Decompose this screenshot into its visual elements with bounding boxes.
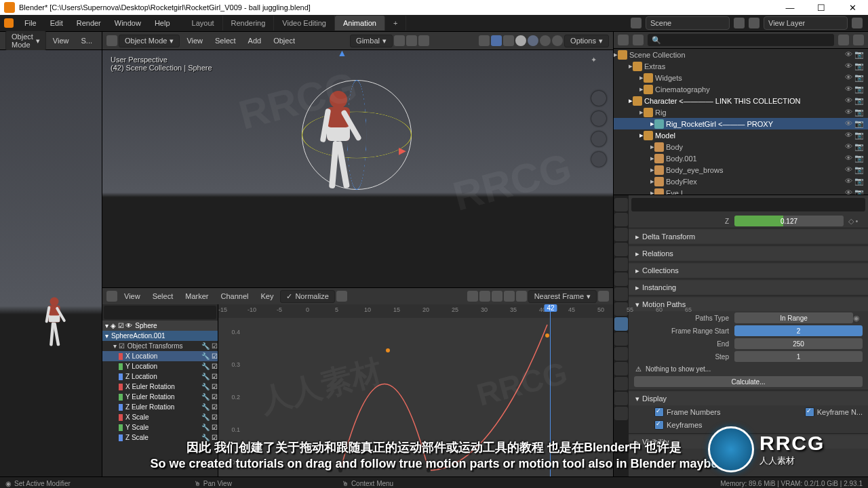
new-scene-icon[interactable] [734, 18, 745, 28]
frame-start-input[interactable]: 2 [734, 325, 863, 336]
add-menu[interactable]: Add [243, 37, 267, 45]
ge-snap-icon[interactable] [516, 291, 527, 302]
loc-z-value[interactable]: 0.127 [734, 216, 844, 226]
editor-type-icon[interactable] [106, 291, 117, 302]
maximize-button[interactable]: ☐ [806, 0, 837, 15]
menu-window[interactable]: Window [108, 19, 148, 27]
channel-root[interactable]: ▾ ◈ ☑ 👁 Sphere [102, 321, 218, 331]
channel-group[interactable]: ▾ ☑Object Transforms 🔧 ☑ [102, 341, 218, 351]
minimize-button[interactable]: — [774, 0, 806, 15]
mode-dropdown[interactable]: Object Mode▾ [119, 35, 180, 47]
ge-select-menu[interactable]: Select [147, 292, 179, 300]
ge-view-menu[interactable]: View [119, 292, 146, 300]
options-dropdown[interactable]: Options▾ [564, 35, 609, 47]
frame-end-input[interactable]: 250 [734, 338, 863, 349]
truncated-menu[interactable]: S... [75, 37, 98, 45]
visibility-icon[interactable] [479, 35, 490, 46]
fcurve-x-location[interactable]: X Location🔧 ☑ [102, 351, 218, 361]
menu-edit[interactable]: Edit [43, 19, 70, 27]
workspace-tab-rendering[interactable]: Rendering [223, 16, 275, 30]
outliner-row[interactable]: ▸Cinematography👁 📷 [614, 83, 868, 95]
workspace-tab-layout[interactable]: Layout [184, 16, 223, 30]
menu-render[interactable]: Render [70, 19, 108, 27]
filter-icon[interactable] [838, 35, 849, 45]
shading-wire-icon[interactable] [515, 35, 526, 46]
fcurve-z-euler-rotation[interactable]: Z Euler Rotation🔧 ☑ [102, 402, 218, 412]
close-button[interactable]: ✕ [837, 0, 868, 15]
snap-mode-dropdown[interactable]: Nearest Frame▾ [528, 290, 597, 303]
new-layer-icon[interactable] [852, 18, 863, 28]
overlays-icon[interactable] [503, 35, 514, 46]
refresh-icon[interactable] [336, 291, 347, 302]
editor-type-icon[interactable] [106, 35, 117, 46]
ge-tool2-icon[interactable] [479, 291, 490, 302]
outliner-row[interactable]: ▸Model👁 📷 [614, 129, 868, 141]
orientation-dropdown[interactable]: Gimbal▾ [350, 35, 393, 47]
scene-field[interactable]: Scene [646, 16, 730, 30]
props-tab-4[interactable] [614, 258, 628, 271]
character-mesh[interactable] [327, 91, 350, 141]
ge-tool1-icon[interactable] [467, 291, 478, 302]
pivot-icon[interactable] [394, 35, 405, 46]
props-search[interactable] [631, 198, 865, 211]
viewlayer-field[interactable]: View Layer [764, 16, 848, 30]
pan-icon[interactable] [591, 111, 606, 126]
scene-icon[interactable] [631, 18, 642, 28]
zoom-icon[interactable] [591, 91, 606, 106]
menu-file[interactable]: File [18, 19, 43, 27]
outliner-tree[interactable]: ▸Scene Collection👁 📷▸Extras👁 📷▸Widgets👁 … [614, 49, 868, 195]
outliner-row[interactable]: ▸Extras👁 📷 [614, 60, 868, 72]
ge-tool3-icon[interactable] [492, 291, 502, 302]
fcurve-z-location[interactable]: Z Location🔧 ☑ [102, 371, 218, 382]
viewlayer-icon[interactable] [749, 18, 760, 28]
normalize-toggle[interactable]: ✓Normalize [280, 290, 335, 303]
secondary-viewport[interactable] [0, 50, 102, 476]
grid-icon[interactable] [591, 152, 606, 167]
ge-marker-menu[interactable]: Marker [180, 292, 214, 300]
fcurve-y-location[interactable]: Y Location🔧 ☑ [102, 361, 218, 371]
ge-filter-icon[interactable] [504, 291, 515, 302]
channel-search[interactable] [104, 306, 216, 319]
gizmo-toggle-icon[interactable] [491, 35, 502, 46]
ge-channel-menu[interactable]: Channel [215, 292, 254, 300]
outliner-row[interactable]: ▸Rig_RocketGirl <——— PROXY👁 📷 [614, 118, 868, 129]
outliner-row[interactable]: ▸Body👁 📷 [614, 141, 868, 152]
graph-editor-canvas[interactable]: -15-10-505101520253035404550556065 0.40.… [218, 304, 613, 476]
ge-prop-icon[interactable] [598, 291, 609, 302]
menu-help[interactable]: Help [148, 19, 177, 27]
outliner-search[interactable]: 🔍 [648, 34, 834, 46]
shading-solid-icon[interactable] [528, 35, 538, 46]
workspace-tab-animation[interactable]: Animation [335, 16, 385, 30]
ge-key-menu[interactable]: Key [255, 292, 279, 300]
shading-matprev-icon[interactable] [540, 35, 551, 46]
add-workspace-button[interactable]: + [385, 16, 406, 30]
view-menu[interactable]: View [181, 37, 208, 45]
workspace-tab-video-editing[interactable]: Video Editing [274, 16, 335, 30]
display-mode-icon[interactable] [633, 35, 644, 45]
panel-collections[interactable]: ▸ Collections [629, 264, 868, 277]
fcurve-z-scale[interactable]: Z Scale🔧 ☑ [102, 432, 218, 443]
props-tab-1[interactable] [614, 213, 628, 226]
camera-icon[interactable] [591, 131, 606, 146]
props-tab-6[interactable] [614, 287, 628, 301]
select-menu[interactable]: Select [210, 37, 241, 45]
outliner-type-icon[interactable] [618, 35, 629, 45]
panel-delta-transform[interactable]: ▸ Delta Transform [629, 230, 868, 243]
fcurve-y-euler-rotation[interactable]: Y Euler Rotation🔧 ☑ [102, 392, 218, 402]
props-tab-2[interactable] [614, 228, 628, 241]
outliner-row[interactable]: ▸BodyFlex👁 📷 [614, 176, 868, 187]
panel-instancing[interactable]: ▸ Instancing [629, 281, 868, 294]
outliner-row[interactable]: ▸Eye L👁 📷 [614, 187, 868, 195]
paths-type-dropdown[interactable]: In Range [734, 312, 853, 323]
outliner-row[interactable]: ▸Scene Collection👁 📷 [614, 49, 868, 60]
outliner-row[interactable]: ▸Body.001👁 📷 [614, 152, 868, 164]
object-menu[interactable]: Object [268, 37, 300, 45]
outliner-row[interactable]: ▸Body_eye_brows👁 📷 [614, 164, 868, 176]
axis-gizmo[interactable]: ✦ [582, 56, 605, 64]
props-tab-3[interactable] [614, 243, 628, 256]
keyframe-n-check[interactable]: Keyframe N... [805, 407, 863, 417]
shading-rendered-icon[interactable] [552, 35, 563, 46]
outliner-row[interactable]: ▸Character <———— LINK THIS COLLECTION👁 📷 [614, 95, 868, 106]
snap-icon[interactable] [406, 35, 417, 46]
panel-relations[interactable]: ▸ Relations [629, 247, 868, 260]
